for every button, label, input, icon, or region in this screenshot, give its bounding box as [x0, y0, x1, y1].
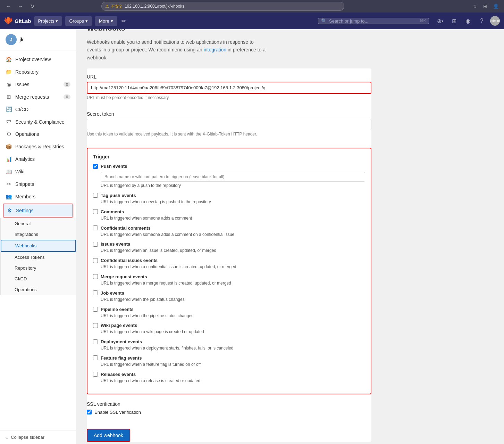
- job-events-label[interactable]: Job events: [101, 290, 124, 296]
- browser-right-icons: ☆ ⊞ 👤: [471, 2, 500, 10]
- sidebar-item-issues[interactable]: ◉ Issues 0: [0, 78, 76, 91]
- merge-request-events-label[interactable]: Merge request events: [101, 274, 147, 279]
- confidential-issues-checkbox[interactable]: [93, 258, 98, 263]
- subnav-item-cicd[interactable]: CI/CD: [1, 273, 76, 284]
- trigger-header: Issues events: [93, 241, 365, 247]
- avatar: J: [6, 34, 17, 45]
- more-menu-btn[interactable]: More ▾: [95, 16, 117, 26]
- trigger-item-confidential-issues: Confidential issues events URL is trigge…: [93, 258, 365, 270]
- issues-events-label[interactable]: Issues events: [101, 241, 130, 247]
- url-hint: URL must be percent-encoded if neccessar…: [87, 95, 371, 100]
- url-label: URL: [87, 74, 371, 80]
- integration-link[interactable]: integration: [204, 47, 226, 52]
- merge-request-events-checkbox[interactable]: [93, 274, 98, 279]
- issues-btn[interactable]: ◉: [462, 15, 473, 26]
- browser-refresh-btn[interactable]: ↻: [28, 2, 37, 11]
- sidebar-item-settings[interactable]: ⚙ Settings: [3, 204, 73, 217]
- sidebar-item-label: Members: [15, 194, 35, 199]
- feature-flag-events-label[interactable]: Feature flag events: [101, 355, 142, 361]
- trigger-section: Trigger Push events URL is triggered by …: [87, 148, 371, 394]
- confidential-issues-label[interactable]: Confidential issues events: [101, 258, 158, 263]
- browser-bookmark-icon[interactable]: ☆: [471, 2, 479, 10]
- trigger-header: Push events: [93, 164, 365, 169]
- url-input[interactable]: [87, 82, 371, 94]
- navbar-brand-label: GitLab: [15, 18, 31, 24]
- feature-flag-events-desc: URL is triggered when a feature flag is …: [93, 362, 365, 368]
- ssl-checkbox[interactable]: [87, 410, 92, 414]
- sidebar-item-repository[interactable]: 📁 Repository: [0, 66, 76, 78]
- sidebar-item-security-compliance[interactable]: 🛡 Security & Compliance: [0, 116, 76, 128]
- sidebar-item-analytics[interactable]: 📊 Analytics: [0, 153, 76, 165]
- browser-url: 192.168.1.2:9001/root/jk/-/hooks: [125, 4, 184, 9]
- push-events-label[interactable]: Push events: [101, 164, 127, 169]
- push-events-checkbox[interactable]: [93, 164, 98, 169]
- sidebar-item-packages-registries[interactable]: 📦 Packages & Registries: [0, 140, 76, 153]
- pipeline-events-checkbox[interactable]: [93, 307, 98, 312]
- confidential-comments-checkbox[interactable]: [93, 225, 98, 230]
- pipeline-events-label[interactable]: Pipeline events: [101, 307, 134, 312]
- secret-token-label: Secret token: [87, 111, 371, 117]
- wiki-page-events-label[interactable]: Wiki page events: [101, 323, 137, 328]
- comments-checkbox[interactable]: [93, 209, 98, 214]
- comments-desc: URL is triggered when someone adds a com…: [93, 215, 365, 221]
- secret-token-input[interactable]: [87, 119, 371, 130]
- sidebar-item-label: Analytics: [15, 156, 35, 162]
- releases-events-label[interactable]: Releases events: [101, 372, 136, 377]
- merge-badge: 0: [64, 94, 70, 99]
- subnav-item-label: General: [15, 221, 31, 226]
- subnav-item-webhooks[interactable]: Webhooks: [1, 240, 76, 252]
- create-btn[interactable]: ⊕ ▾: [435, 15, 446, 26]
- releases-events-checkbox[interactable]: [93, 372, 98, 377]
- sidebar-item-wiki[interactable]: 📖 Wiki: [0, 165, 76, 178]
- trigger-header: Releases events: [93, 372, 365, 377]
- trigger-item-pipeline-events: Pipeline events URL is triggered when th…: [93, 307, 365, 319]
- search-bar[interactable]: 🔍 ⌘K: [318, 18, 429, 24]
- trigger-header: Confidential comments: [93, 225, 365, 231]
- groups-menu-btn[interactable]: Groups ▾: [65, 16, 92, 26]
- confidential-comments-label[interactable]: Confidential comments: [101, 225, 151, 231]
- deployment-events-checkbox[interactable]: [93, 339, 98, 344]
- sidebar-item-operations[interactable]: ⚙ Operations: [0, 128, 76, 140]
- subnav-item-repository[interactable]: Repository: [1, 263, 76, 273]
- help-btn[interactable]: ?: [476, 15, 487, 26]
- add-webhook-button[interactable]: Add webhook: [87, 429, 130, 442]
- subnav-item-operations[interactable]: Operations: [1, 284, 76, 295]
- home-icon: 🏠: [6, 56, 12, 63]
- collapse-sidebar-btn[interactable]: « Collapse sidebar: [0, 430, 76, 444]
- search-icon: 🔍: [321, 18, 327, 24]
- ssl-section: SSL verification Enable SSL verification: [87, 401, 371, 415]
- tag-push-checkbox[interactable]: [93, 193, 98, 198]
- subnav-item-general[interactable]: General: [1, 218, 76, 229]
- sidebar-item-merge-requests[interactable]: ⊞ Merge requests 0: [0, 91, 76, 103]
- comments-label[interactable]: Comments: [101, 209, 124, 214]
- search-input[interactable]: [329, 18, 418, 24]
- navbar-icons: ⊕ ▾ ⊞ ◉ ? Administr...: [435, 15, 500, 26]
- sidebar: J jk 🏠 Project overview 📁 Repository ◉ I…: [0, 29, 76, 444]
- merge-requests-btn[interactable]: ⊞: [448, 15, 460, 26]
- projects-menu-btn[interactable]: Projects ▾: [34, 16, 62, 26]
- sidebar-item-snippets[interactable]: ✂ Snippets: [0, 178, 76, 190]
- issues-badge: 0: [64, 82, 70, 87]
- push-events-branch-input[interactable]: [101, 172, 365, 182]
- wiki-page-events-checkbox[interactable]: [93, 323, 98, 328]
- issues-events-checkbox[interactable]: [93, 242, 98, 247]
- deployment-events-label[interactable]: Deployment events: [101, 339, 142, 344]
- trigger-item-wiki-page: Wiki page events URL is triggered when a…: [93, 323, 365, 335]
- sidebar-item-project-overview[interactable]: 🏠 Project overview: [0, 53, 76, 66]
- browser-forward-btn[interactable]: →: [16, 2, 25, 11]
- browser-account-icon[interactable]: 👤: [492, 2, 500, 10]
- trigger-item-job-events: Job events URL is triggered when the job…: [93, 290, 365, 303]
- sidebar-item-cicd[interactable]: 🔄 CI/CD: [0, 103, 76, 116]
- subnav-item-integrations[interactable]: Integrations: [1, 229, 76, 240]
- browser-address-bar[interactable]: ⚠ 不安全 192.168.1.2:9001/root/jk/-/hooks: [101, 2, 344, 11]
- avatar[interactable]: Administr...: [490, 16, 500, 26]
- browser-extensions-icon[interactable]: ⊞: [481, 2, 489, 10]
- sidebar-item-members[interactable]: 👥 Members: [0, 190, 76, 203]
- subnav-item-access-tokens[interactable]: Access Tokens: [1, 252, 76, 263]
- browser-back-btn[interactable]: ←: [4, 2, 13, 11]
- tag-push-label[interactable]: Tag push events: [101, 193, 136, 198]
- job-events-checkbox[interactable]: [93, 290, 98, 295]
- ssl-checkbox-label[interactable]: Enable SSL verification: [94, 410, 141, 415]
- feature-flag-events-checkbox[interactable]: [93, 355, 98, 360]
- security-warning-text: 不安全: [111, 4, 123, 9]
